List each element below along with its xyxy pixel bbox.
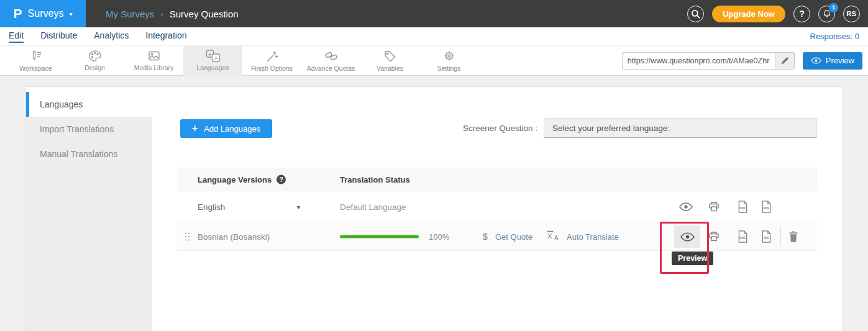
toolbar-item-design[interactable]: Design xyxy=(65,46,124,76)
screener-question-select[interactable]: Select your preferred language: xyxy=(544,118,817,138)
account-menu-button[interactable]: RS xyxy=(843,6,860,22)
workspace-icon xyxy=(29,50,43,63)
main-area: Languages Import Translations Manual Tra… xyxy=(0,76,868,331)
toolbar-item-media-library[interactable]: Media Library xyxy=(124,46,183,76)
questionpro-logo: P xyxy=(14,6,22,21)
translation-progress-percent: 100% xyxy=(429,232,449,241)
doc-file-icon: DOC xyxy=(737,230,749,243)
toolbar-item-settings[interactable]: Settings xyxy=(419,46,478,76)
product-label: Surveys xyxy=(28,8,64,19)
print-language-button[interactable] xyxy=(706,201,722,212)
get-quote-link[interactable]: Get Quote xyxy=(495,232,532,241)
toolbar-right: Preview xyxy=(622,52,868,70)
survey-url-input[interactable] xyxy=(623,53,775,69)
gear-icon xyxy=(442,49,456,63)
tab-integration[interactable]: Integration xyxy=(145,30,186,43)
sidebar-item-languages[interactable]: Languages xyxy=(26,92,152,117)
language-name[interactable]: English xyxy=(198,202,225,211)
export-doc-button[interactable]: DOC xyxy=(734,230,751,243)
help-button[interactable]: ? xyxy=(793,6,810,22)
pdf-file-icon: PDF xyxy=(761,200,772,213)
dollar-icon[interactable]: $ xyxy=(483,232,488,242)
svg-text:★: ★ xyxy=(208,52,211,57)
search-icon xyxy=(690,9,701,19)
translate-icon[interactable]: XA xyxy=(546,230,561,243)
eye-icon xyxy=(679,202,693,211)
upgrade-now-button[interactable]: Upgrade Now xyxy=(712,6,785,22)
sidebar-item-manual-translations[interactable]: Manual Translations xyxy=(26,142,152,166)
toolbar-item-workspace[interactable]: Workspace xyxy=(6,46,65,76)
breadcrumb-separator: › xyxy=(160,9,163,19)
language-name: Bosnian (Bosanski) xyxy=(198,232,270,241)
preview-language-button[interactable] xyxy=(678,202,694,211)
drag-handle[interactable] xyxy=(185,232,190,241)
responses-count-link[interactable]: Responses: 0 xyxy=(810,32,860,41)
survey-nav: Edit Distribute Analytics Integration Re… xyxy=(0,27,868,45)
translations-table: Language Versions ? Translation Status E… xyxy=(177,168,817,251)
pdf-file-icon: PDF xyxy=(761,230,772,243)
chevron-down-icon[interactable]: ▾ xyxy=(297,203,300,210)
tag-icon xyxy=(383,50,396,63)
search-button[interactable] xyxy=(687,6,704,22)
survey-url-box xyxy=(622,52,795,70)
toolbar-item-finish-options[interactable]: Finish Options xyxy=(242,46,301,76)
print-translation-button[interactable] xyxy=(706,231,722,242)
surveys-product-switcher[interactable]: P Surveys ▾ xyxy=(0,0,86,27)
edit-url-button[interactable] xyxy=(775,53,794,69)
svg-text:PDF: PDF xyxy=(763,237,769,240)
preview-button-label: Preview xyxy=(826,56,854,65)
eye-icon xyxy=(811,57,821,64)
svg-text:A: A xyxy=(214,55,217,61)
add-languages-label: Add Languages xyxy=(204,124,260,134)
export-pdf-button[interactable]: PDF xyxy=(758,200,774,213)
avatar: RS xyxy=(846,10,856,17)
toolbar-items: Workspace Design Media Library ★A Langua… xyxy=(6,46,478,76)
pencil-icon xyxy=(781,57,789,65)
toolbar-item-label: Workspace xyxy=(19,65,52,72)
breadcrumb: My Surveys › Survey Question xyxy=(106,9,239,19)
top-bar: P Surveys ▾ My Surveys › Survey Question… xyxy=(0,0,868,27)
eye-icon xyxy=(680,232,695,242)
table-row-english: English ▾ Default Language DOC PDF xyxy=(177,191,817,222)
add-languages-button[interactable]: + Add Languages xyxy=(180,119,272,138)
tab-analytics[interactable]: Analytics xyxy=(94,30,129,43)
preview-translation-button[interactable] xyxy=(674,225,700,248)
toolbar-item-label: Settings xyxy=(437,65,461,72)
toolbar-item-label: Design xyxy=(85,64,105,71)
toolbar-item-advance-quotas[interactable]: Advance Quotas xyxy=(301,46,360,76)
edit-toolbar: Workspace Design Media Library ★A Langua… xyxy=(0,45,868,76)
toolbar-item-label: Advance Quotas xyxy=(307,65,355,72)
breadcrumb-current: Survey Question xyxy=(170,9,239,19)
doc-file-icon: DOC xyxy=(737,200,749,213)
export-doc-button[interactable]: DOC xyxy=(734,200,751,213)
toolbar-item-label: Finish Options xyxy=(251,65,293,72)
column-header-translation-status: Translation Status xyxy=(340,175,410,184)
toolbar-item-languages[interactable]: ★A Languages xyxy=(183,46,242,76)
chevron-down-icon: ▾ xyxy=(69,11,72,17)
nav-tabs: Edit Distribute Analytics Integration xyxy=(9,30,186,43)
sidebar-group: Import Translations Manual Translations xyxy=(26,117,152,331)
delete-language-button[interactable] xyxy=(785,230,802,242)
translate-glyph-icon: XA xyxy=(546,230,561,240)
svg-text:DOC: DOC xyxy=(739,237,746,240)
help-icon[interactable]: ? xyxy=(276,175,286,184)
divider xyxy=(780,227,781,246)
preview-button[interactable]: Preview xyxy=(803,52,862,70)
tab-edit[interactable]: Edit xyxy=(9,30,24,43)
trash-icon xyxy=(788,230,798,242)
svg-text:DOC: DOC xyxy=(739,207,746,210)
preview-tooltip: Preview xyxy=(672,252,713,265)
breadcrumb-my-surveys[interactable]: My Surveys xyxy=(106,9,154,19)
toolbar-item-variables[interactable]: Variables xyxy=(360,46,419,76)
tab-distribute[interactable]: Distribute xyxy=(40,30,77,43)
svg-text:X: X xyxy=(547,232,552,239)
auto-translate-link[interactable]: Auto Translate xyxy=(567,232,619,241)
column-header-language-versions: Language Versions ? xyxy=(198,175,286,184)
magic-wand-icon xyxy=(265,50,279,63)
language-versions-label: Language Versions xyxy=(198,175,272,184)
sidebar-item-import-translations[interactable]: Import Translations xyxy=(26,117,152,142)
toolbar-item-label: Media Library xyxy=(134,64,174,71)
svg-text:A: A xyxy=(554,234,559,240)
languages-panel: Languages Import Translations Manual Tra… xyxy=(26,87,843,331)
export-pdf-button[interactable]: PDF xyxy=(758,230,774,243)
